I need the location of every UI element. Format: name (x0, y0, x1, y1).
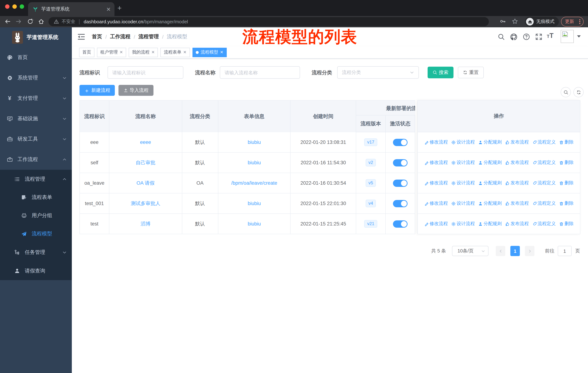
sidebar-item-process-management[interactable]: 流程管理 (0, 170, 72, 188)
deploy-process-action[interactable]: 发布流程 (505, 139, 529, 145)
tab-close-icon[interactable]: ✕ (106, 6, 111, 12)
delete-action[interactable]: 删除 (559, 180, 574, 186)
assign-rule-action[interactable]: 分配规则 (478, 221, 502, 227)
home-icon[interactable] (38, 18, 44, 25)
modify-process-action[interactable]: 修改流程 (424, 180, 448, 186)
breadcrumb-process-management[interactable]: 流程管理 (138, 33, 159, 40)
assign-rule-action[interactable]: 分配规则 (478, 200, 502, 207)
design-process-action[interactable]: 设计流程 (451, 160, 475, 166)
status-toggle[interactable] (393, 179, 408, 187)
version-tag[interactable]: v2 (366, 159, 376, 166)
sidebar-item-infrastructure[interactable]: 基础设施 (0, 109, 72, 129)
help-icon[interactable] (523, 33, 530, 40)
tag-process-model[interactable]: 流程模型✕ (192, 48, 227, 57)
search-button[interactable]: 搜索 (428, 67, 453, 78)
table-refresh-button[interactable] (573, 87, 584, 97)
create-process-button[interactable]: ＋ 新建流程 (79, 85, 115, 96)
form-info-link[interactable]: biubiu (248, 221, 261, 227)
close-icon[interactable]: ✕ (220, 50, 223, 55)
browser-menu-icon[interactable] (579, 19, 580, 24)
sidebar-item-leave-query[interactable]: 请假查询 (0, 262, 72, 280)
close-icon[interactable]: ✕ (151, 50, 155, 55)
sidebar-item-user-group[interactable]: 用户分组 (0, 207, 72, 225)
process-name-link[interactable]: 自己审批 (136, 159, 156, 166)
status-toggle[interactable] (393, 220, 408, 227)
process-name-link[interactable]: OA 请假 (136, 180, 155, 186)
forward-icon[interactable] (15, 18, 22, 25)
sidebar-item-workflow[interactable]: 工作流程 (0, 149, 72, 170)
window-maximize-button[interactable] (20, 4, 24, 9)
tag-process-form[interactable]: 流程表单✕ (161, 48, 190, 57)
sidebar-item-payment[interactable]: ¥ 支付管理 (0, 88, 72, 109)
tag-tenant-management[interactable]: 租户管理✕ (97, 48, 126, 57)
status-toggle[interactable] (393, 139, 408, 146)
modify-process-action[interactable]: 修改流程 (424, 221, 448, 227)
process-definition-action[interactable]: 流程定义 (532, 221, 556, 227)
delete-action[interactable]: 删除 (559, 160, 574, 166)
avatar-caret-icon[interactable] (577, 35, 581, 38)
version-tag[interactable]: v21 (364, 220, 377, 228)
import-process-button[interactable]: 导入流程 (118, 85, 153, 96)
design-process-action[interactable]: 设计流程 (451, 180, 475, 186)
new-tab-button[interactable]: + (117, 4, 122, 12)
version-tag[interactable]: v5 (366, 179, 376, 187)
window-minimize-button[interactable] (12, 4, 17, 9)
process-name-link[interactable]: 测试多审批人 (131, 200, 160, 207)
assign-rule-action[interactable]: 分配规则 (478, 160, 502, 166)
filter-name-input[interactable] (220, 66, 300, 79)
reload-icon[interactable] (27, 18, 33, 25)
page-number-current[interactable]: 1 (510, 246, 520, 256)
table-search-toggle-button[interactable] (561, 87, 571, 97)
filter-key-input[interactable] (107, 66, 183, 79)
version-tag[interactable]: v4 (366, 200, 376, 207)
deploy-process-action[interactable]: 发布流程 (505, 180, 529, 186)
sidebar-item-system[interactable]: 系统管理 (0, 68, 72, 88)
deploy-process-action[interactable]: 发布流程 (505, 221, 529, 227)
prev-page-button[interactable] (496, 246, 505, 256)
close-icon[interactable]: ✕ (183, 50, 187, 55)
status-toggle[interactable] (393, 200, 408, 207)
delete-action[interactable]: 删除 (559, 139, 574, 145)
window-close-button[interactable] (5, 4, 10, 9)
tag-my-process[interactable]: 我的流程✕ (129, 48, 158, 57)
back-icon[interactable] (4, 18, 11, 25)
design-process-action[interactable]: 设计流程 (451, 221, 475, 227)
process-name-link[interactable]: eeee (140, 140, 151, 145)
delete-action[interactable]: 删除 (559, 221, 574, 227)
fullscreen-icon[interactable] (535, 33, 542, 40)
deploy-process-action[interactable]: 发布流程 (505, 200, 529, 207)
browser-tab[interactable]: 芋道管理系统 ✕ (28, 2, 115, 16)
sidebar-item-home[interactable]: 首页 (0, 47, 72, 68)
modify-process-action[interactable]: 修改流程 (424, 160, 448, 166)
page-size-select[interactable]: 10条/页 (452, 246, 488, 256)
reset-button[interactable]: 重置 (458, 67, 484, 78)
app-logo[interactable]: 芋道管理系统 (0, 27, 72, 47)
close-icon[interactable]: ✕ (120, 50, 123, 55)
filter-category-select[interactable]: 流程分类 (337, 66, 419, 79)
search-icon[interactable] (498, 33, 505, 40)
process-definition-action[interactable]: 流程定义 (532, 160, 556, 166)
avatar[interactable] (561, 30, 574, 43)
assign-rule-action[interactable]: 分配规则 (478, 180, 502, 186)
pagination-goto-input[interactable] (558, 246, 572, 256)
design-process-action[interactable]: 设计流程 (451, 200, 475, 207)
form-info-link[interactable]: /bpm/oa/leave/create (231, 180, 277, 186)
bookmark-star-icon[interactable] (512, 18, 518, 24)
process-definition-action[interactable]: 流程定义 (532, 200, 556, 207)
version-tag[interactable]: v17 (364, 138, 377, 146)
process-name-link[interactable]: 滔博 (141, 221, 151, 227)
form-info-link[interactable]: biubiu (248, 140, 261, 145)
address-bar[interactable]: 不安全 dashboard.yudao.iocoder.cn/bpm/manag… (49, 17, 489, 26)
status-toggle[interactable] (393, 159, 408, 166)
breadcrumb-workflow[interactable]: 工作流程 (110, 33, 130, 40)
sidebar-item-process-form[interactable]: 流程表单 (0, 188, 72, 207)
process-definition-action[interactable]: 流程定义 (532, 139, 556, 145)
delete-action[interactable]: 删除 (559, 200, 574, 207)
form-info-link[interactable]: biubiu (248, 201, 261, 206)
github-icon[interactable] (510, 33, 518, 41)
sidebar-collapse-icon[interactable] (77, 33, 85, 41)
breadcrumb-home[interactable]: 首页 (92, 33, 102, 40)
sidebar-item-process-model[interactable]: 流程模型 (0, 225, 72, 243)
sidebar-item-dev-tools[interactable]: 研发工具 (0, 129, 72, 149)
tag-home[interactable]: 首页 (79, 48, 94, 57)
